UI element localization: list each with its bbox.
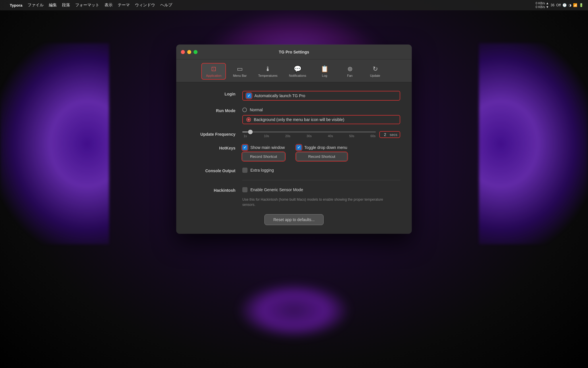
separator [242, 180, 400, 180]
tick-50s: 50s [349, 134, 355, 138]
background-radio[interactable] [246, 117, 251, 122]
extra-logging-checkbox[interactable] [242, 168, 247, 173]
run-mode-controls: Normal Background (only the menu bar ico… [242, 108, 400, 124]
tick-20s: 20s [285, 134, 291, 138]
extra-logging-row: Extra logging [242, 168, 400, 173]
menu-window[interactable]: ウィンドウ [135, 3, 155, 8]
generic-sensor-row: Enable Generic Sensor Mode [242, 187, 400, 192]
menu-view[interactable]: 表示 [105, 3, 113, 8]
hackintosh-controls: Enable Generic Sensor Mode Use this for … [242, 187, 400, 207]
clock-icon: 🕐 [562, 3, 567, 7]
normal-radio[interactable] [242, 108, 247, 112]
update-frequency-row: Update Frequency 1s 10s 20s 30s 40 [188, 131, 400, 138]
log-icon: 📋 [321, 65, 328, 73]
checkmark: ✓ [243, 145, 246, 150]
show-main-window-checkbox[interactable]: ✓ [242, 145, 247, 150]
checkmark: ✓ [297, 145, 300, 150]
tab-application[interactable]: ⊡ Application [201, 63, 226, 80]
auto-launch-checkbox[interactable]: ✓ [246, 93, 252, 98]
reset-button[interactable]: Reset app to defaults... [264, 214, 324, 225]
tab-temperatures[interactable]: 🌡 Temperatures [254, 63, 282, 80]
hotkey-dropdown: ✓ Toggle drop down menu Record Shortcut [296, 145, 347, 161]
tick-30s: 30s [306, 134, 312, 138]
settings-window: TG Pro Settings ⊡ Application ▭ Menu Bar… [176, 45, 412, 234]
normal-radio-row: Normal [242, 108, 400, 112]
window-title: TG Pro Settings [279, 50, 309, 54]
menu-edit[interactable]: 編集 [49, 3, 57, 8]
run-mode-row: Run Mode Normal Background (only the men… [188, 108, 400, 124]
auto-launch-label: Automatically launch TG Pro [254, 93, 305, 98]
show-main-window-label: Show main window [250, 145, 285, 150]
tab-menubar-label: Menu Bar [233, 74, 247, 77]
menu-format[interactable]: フォーマット [75, 3, 99, 8]
slider-track[interactable] [242, 131, 376, 133]
tab-notifications-label: Notifications [289, 74, 306, 77]
tab-update[interactable]: ↻ Update [364, 63, 387, 80]
display-icon: ◑ [568, 3, 571, 7]
hackintosh-label: Hackintosh [188, 187, 242, 193]
generic-sensor-label: Enable Generic Sensor Mode [250, 187, 303, 192]
tab-log[interactable]: 📋 Log [313, 63, 336, 80]
slider-row: 1s 10s 20s 30s 40s 50s 60s 2 secs [242, 131, 400, 138]
battery-label: Off [556, 3, 561, 7]
menu-help[interactable]: ヘルプ [160, 3, 172, 8]
slider-value[interactable]: 2 [382, 132, 388, 137]
run-mode-label: Run Mode [188, 108, 242, 113]
toggle-dropdown-label: Toggle drop down menu [304, 145, 347, 150]
hotkeys-label: HotKeys [188, 145, 242, 150]
tab-update-label: Update [370, 74, 380, 77]
console-output-label: Console Output [188, 168, 242, 173]
tick-40s: 40s [328, 134, 333, 138]
generic-sensor-checkbox[interactable] [242, 187, 247, 192]
tick-10s: 10s [264, 134, 269, 138]
tab-notifications[interactable]: 💬 Notifications [285, 63, 311, 80]
menubar-icon: ▭ [237, 65, 243, 73]
window-controls [181, 50, 198, 54]
hotkeys-row: HotKeys ✓ Show main window Record Shortc… [188, 145, 400, 161]
menu-paragraph[interactable]: 段落 [62, 3, 70, 8]
console-output-controls: Extra logging [242, 168, 400, 173]
console-output-row: Console Output Extra logging [188, 168, 400, 173]
menubar-right: 0 KB/s ▲ 0 KB/s ▼ 36 Off 🕐 ◑ 📶 🔋 [535, 1, 583, 9]
checkmark: ✓ [247, 94, 250, 98]
menu-file[interactable]: ファイル [28, 3, 44, 8]
login-row: Login ✓ Automatically launch TG Pro [188, 91, 400, 101]
hotkey-main-window: ✓ Show main window Record Shortcut [242, 145, 285, 161]
login-label: Login [188, 91, 242, 96]
temperatures-icon: 🌡 [265, 65, 271, 73]
tick-1s: 1s [242, 134, 248, 138]
toggle-dropdown-checkbox[interactable]: ✓ [296, 145, 301, 150]
bg-right-flower [479, 43, 588, 244]
slider-unit: secs [390, 133, 397, 137]
toolbar: ⊡ Application ▭ Menu Bar 🌡 Temperatures … [176, 60, 412, 82]
record-shortcut-main-button[interactable]: Record Shortcut [242, 152, 285, 161]
app-name[interactable]: Typora [10, 3, 22, 7]
tab-fan[interactable]: ⊛ Fan [339, 63, 361, 80]
tab-application-label: Application [206, 74, 221, 77]
tab-menubar[interactable]: ▭ Menu Bar [228, 63, 251, 80]
notifications-icon: 💬 [294, 65, 301, 73]
wifi-icon: 📶 [573, 3, 577, 7]
hackintosh-row: Hackintosh Enable Generic Sensor Mode Us… [188, 187, 400, 207]
update-frequency-controls: 1s 10s 20s 30s 40s 50s 60s 2 secs [242, 131, 400, 138]
battery-percent: 36 [551, 3, 554, 7]
hotkeys-controls: ✓ Show main window Record Shortcut ✓ Tog [242, 145, 400, 161]
show-main-window-row: ✓ Show main window [242, 145, 285, 150]
close-button[interactable] [181, 50, 185, 54]
background-radio-row: Background (only the menu bar icon will … [242, 115, 400, 124]
network-status: 0 KB/s ▲ 0 KB/s ▼ [535, 1, 549, 9]
menu-theme[interactable]: テーマ [118, 3, 130, 8]
record-shortcut-dropdown-button[interactable]: Record Shortcut [296, 152, 347, 161]
minimize-button[interactable] [187, 50, 191, 54]
maximize-button[interactable] [194, 50, 198, 54]
normal-label: Normal [250, 108, 263, 112]
settings-content: Login ✓ Automatically launch TG Pro Run … [176, 82, 412, 234]
battery-icon: 🔋 [579, 3, 583, 7]
tab-temperatures-label: Temperatures [258, 74, 277, 77]
login-controls: ✓ Automatically launch TG Pro [242, 91, 400, 101]
application-icon: ⊡ [211, 65, 216, 73]
update-frequency-label: Update Frequency [188, 131, 242, 137]
slider-thumb[interactable] [248, 130, 253, 134]
tab-log-label: Log [322, 74, 327, 77]
title-bar: TG Pro Settings [176, 45, 412, 60]
